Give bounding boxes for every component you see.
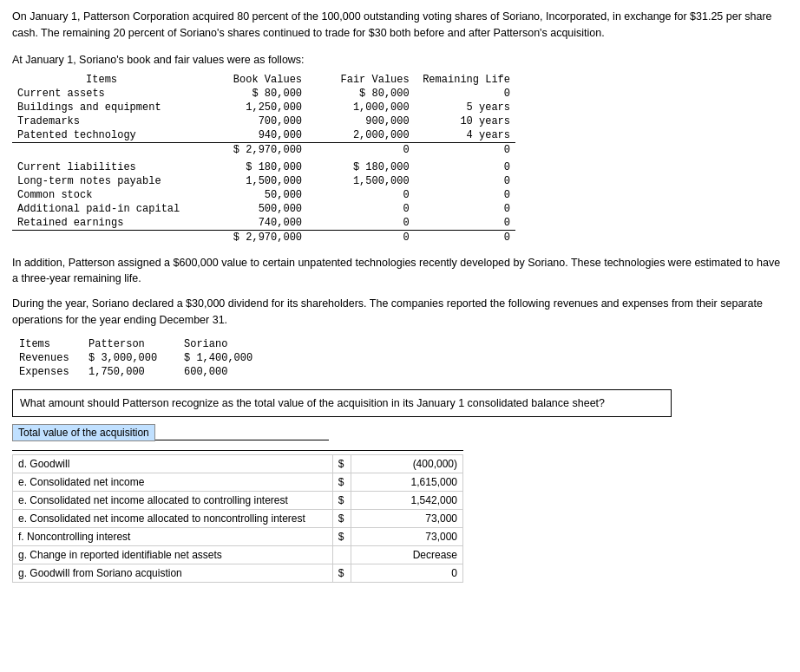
result-row-goodwill-soriano: g. Goodwill from Soriano acquistion $ 0 — [13, 564, 463, 583]
col-header-life: Remaining Life — [415, 73, 515, 87]
table-row: Trademarks 700,000 900,000 10 years — [12, 114, 515, 128]
ops-row-revenues: Revenues $ 3,000,000 $ 1,400,000 — [12, 351, 272, 365]
ops-col-header-soriano: Soriano — [177, 337, 272, 351]
table-row: Current liabilities $ 180,000 $ 180,000 … — [12, 160, 515, 174]
asset-total-row: $ 2,970,000 0 0 — [12, 142, 515, 157]
middle-paragraph2: During the year, Soriano declared a $30,… — [12, 296, 788, 329]
divider-line — [12, 450, 463, 451]
result-row-controlling: e. Consolidated net income allocated to … — [13, 492, 463, 510]
ops-row-expenses: Expenses 1,750,000 600,000 — [12, 365, 272, 379]
table-row: Common stock 50,000 0 0 — [12, 188, 515, 202]
answer-input-field[interactable] — [155, 425, 329, 440]
result-row-consol-ni: e. Consolidated net income $ 1,615,000 — [13, 473, 463, 492]
operations-table: Items Patterson Soriano Revenues $ 3,000… — [12, 337, 272, 379]
table-row: Long-term notes payable 1,500,000 1,500,… — [12, 174, 515, 188]
intro-paragraph1: On January 1, Patterson Corporation acqu… — [12, 9, 788, 42]
question-box: What amount should Patterson recognize a… — [12, 389, 672, 418]
col-header-items: Items — [12, 73, 191, 87]
table-row: Current assets $ 80,000 $ 80,000 0 — [12, 87, 515, 101]
table-row: Buildings and equipment 1,250,000 1,000,… — [12, 101, 515, 114]
results-table: d. Goodwill $ (400,000) e. Consolidated … — [12, 454, 463, 583]
table-row: Patented technology 940,000 2,000,000 4 … — [12, 128, 515, 143]
balance-table: Items Book Values Fair Values Remaining … — [12, 73, 515, 245]
col-header-fair: Fair Values — [307, 73, 415, 87]
col-header-book: Book Values — [191, 73, 307, 87]
result-row-change-identifiable: g. Change in reported identifiable net a… — [13, 546, 463, 564]
table-row: Additional paid-in capital 500,000 0 0 — [12, 202, 515, 216]
table-row: Retained earnings 740,000 0 0 — [12, 216, 515, 231]
answer-label: Total value of the acquisition — [12, 424, 155, 441]
result-row-noncontrolling-ni: e. Consolidated net income allocated to … — [13, 510, 463, 528]
answer-input-row: Total value of the acquisition — [12, 424, 788, 441]
ops-col-header-patterson: Patterson — [82, 337, 177, 351]
middle-paragraph1: In addition, Patterson assigned a $600,0… — [12, 255, 788, 288]
ops-col-header-items: Items — [12, 337, 82, 351]
result-row-noncontrolling-interest: f. Noncontrolling interest $ 73,000 — [13, 528, 463, 546]
liability-total-row: $ 2,970,000 0 0 — [12, 230, 515, 245]
intro-paragraph2: At January 1, Soriano's book and fair va… — [12, 54, 788, 66]
result-row-goodwill: d. Goodwill $ (400,000) — [13, 455, 463, 473]
